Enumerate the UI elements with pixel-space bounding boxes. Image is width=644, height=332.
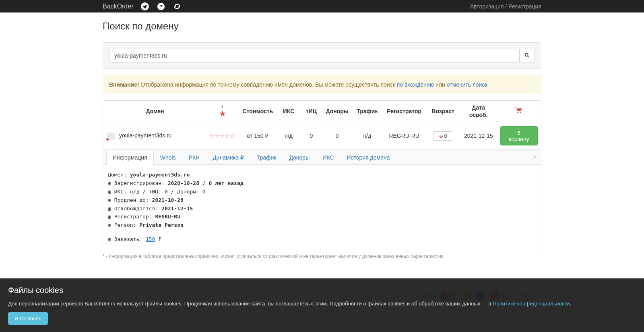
tab-traffic[interactable]: Трафик	[250, 150, 283, 165]
login-link[interactable]: Авторизация	[470, 3, 504, 10]
star-icon: ★	[219, 110, 226, 118]
col-age[interactable]: Возраст	[426, 101, 460, 122]
cell-tic: 0	[300, 122, 322, 150]
table-row: youla-payment3ds.ru ☆☆☆☆☆ от 150 ₽ н/д 0…	[103, 122, 541, 150]
alert-warning: Внимание! Отображена информация по точно…	[103, 75, 541, 94]
cell-release: 2021-12-15	[460, 122, 497, 150]
col-registrar[interactable]: Регистратор	[382, 101, 426, 122]
domain-name[interactable]: youla-payment3ds.ru	[119, 132, 172, 139]
col-donors[interactable]: Доноры	[322, 101, 352, 122]
search-panel	[103, 42, 541, 69]
col-tic[interactable]: тИЦ	[300, 101, 322, 122]
add-to-cart-button[interactable]: в корзину	[500, 126, 538, 145]
col-release[interactable]: Дата освоб.	[460, 101, 497, 122]
cell-registrar: REGRU-RU	[382, 122, 426, 150]
tab-dynamics[interactable]: Динамика ₽	[206, 150, 250, 165]
telegram-icon[interactable]	[140, 2, 149, 11]
brand[interactable]: BackOrder	[103, 3, 133, 10]
order-link[interactable]: 150	[146, 236, 155, 242]
cookie-banner: Файлы cookies Для персонализации сервисо…	[0, 278, 644, 332]
tab-info[interactable]: Информация	[106, 150, 154, 165]
results-table: Домен ▼★ Стоимость ИКС тИЦ Доноры Трафик…	[103, 100, 541, 250]
page-title: Поиск по домену	[103, 21, 541, 32]
detail-tabs: Информация Whois РКН Динамика ₽ Трафик Д…	[103, 150, 541, 165]
search-input[interactable]	[109, 49, 520, 62]
cell-donors: 0	[322, 122, 352, 150]
detail-row: Информация Whois РКН Динамика ₽ Трафик Д…	[103, 150, 541, 250]
help-icon[interactable]: ?	[157, 2, 165, 11]
svg-text:?: ?	[159, 4, 163, 10]
col-iks[interactable]: ИКС	[277, 101, 301, 122]
navbar: BackOrder ? Авторизация / Регистрация	[0, 0, 644, 12]
col-domain[interactable]: Домен	[103, 101, 206, 122]
cell-iks: н/д	[277, 122, 301, 150]
tab-history[interactable]: История домена	[340, 150, 396, 165]
disclaimer: * - информация в таблице представлена сп…	[103, 253, 541, 259]
domain-status-icon	[107, 133, 115, 140]
age-badge[interactable]: ⬙0	[433, 131, 453, 141]
col-favorite[interactable]: ▼★	[206, 101, 239, 122]
cell-traffic: н/д	[352, 122, 382, 150]
cell-cost: от 150 ₽	[239, 122, 277, 150]
refresh-icon[interactable]	[173, 2, 182, 11]
auth-links: Авторизация / Регистрация	[470, 3, 541, 10]
search-icon	[524, 53, 530, 58]
close-icon[interactable]: ×	[533, 153, 537, 162]
col-cost[interactable]: Стоимость	[239, 101, 277, 122]
cookie-title: Файлы cookies	[8, 286, 636, 295]
info-panel: Домен: youla-payment3ds.ru ▣ Зарегистрир…	[103, 165, 541, 249]
col-cart	[497, 101, 541, 122]
cart-icon	[515, 106, 523, 114]
col-traffic[interactable]: Трафик	[352, 101, 382, 122]
search-substring-link[interactable]: по вхождению	[397, 81, 434, 88]
cancel-search-link[interactable]: отменить поиск	[447, 81, 487, 88]
search-button[interactable]	[520, 49, 535, 62]
tab-rkn[interactable]: РКН	[182, 150, 206, 165]
cookie-accept-button[interactable]: Я согласен	[8, 312, 48, 325]
tab-iks[interactable]: ИКС	[316, 150, 340, 165]
tab-donors[interactable]: Доноры	[283, 150, 316, 165]
privacy-policy-link[interactable]: Политике конфиденциальности	[493, 301, 570, 307]
rating-stars[interactable]: ☆☆☆☆☆	[209, 133, 235, 139]
pin-icon: ⬙	[439, 133, 443, 139]
register-link[interactable]: Регистрация	[508, 3, 541, 10]
tab-whois[interactable]: Whois	[154, 150, 182, 165]
